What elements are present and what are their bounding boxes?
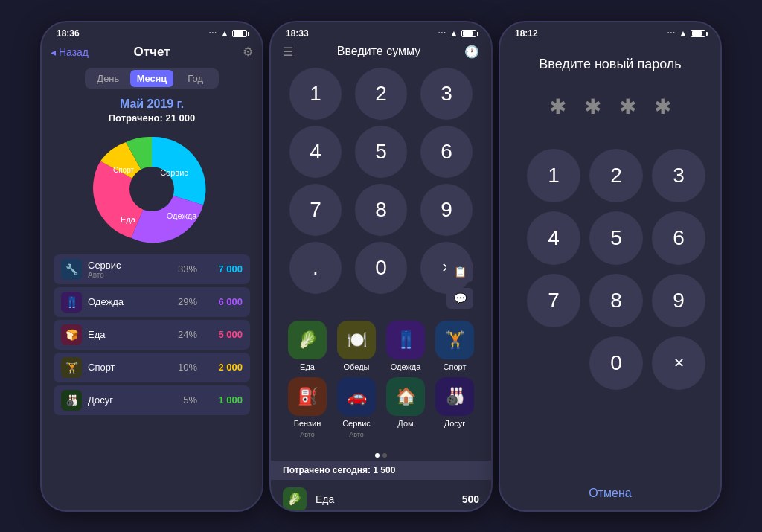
spent-amount: 21 000 bbox=[165, 112, 195, 124]
legend-amount-0: 7 000 bbox=[209, 263, 243, 275]
legend-icon-2: 🍞 bbox=[61, 324, 82, 345]
categories-container: 🥬 Еда 🍽️ Обеды 👖 Одежда 🏋️ Спорт bbox=[271, 315, 491, 450]
cat-food[interactable]: 🥬 Еда bbox=[288, 321, 327, 371]
report-spent: Потрачено: 21 000 bbox=[42, 112, 262, 124]
wifi-2: ▲ bbox=[449, 28, 458, 39]
categories-row-1: 🥬 Еда 🍽️ Обеды 👖 Одежда 🏋️ Спорт bbox=[283, 321, 479, 371]
cat-clothes-icon: 👖 bbox=[386, 321, 425, 359]
cat-gas[interactable]: ⛽ Бензин Авто bbox=[288, 377, 327, 438]
pin-6[interactable]: 6 bbox=[652, 211, 705, 265]
phone-numpad: 18:33 ··· ▲ ☰ Введите сумму 🕐 1 2 3 4 5 … bbox=[269, 21, 493, 512]
pie-chart-container: Сервис Одежда Еда Спорт bbox=[42, 129, 262, 249]
phone-report: 18:36 ··· ▲ ◂ Назад Отчет ⚙ День Месяц Г… bbox=[40, 21, 263, 512]
categories-row-2: ⛽ Бензин Авто 🚗 Сервис Авто 🏠 Дом 🎳 Досу… bbox=[283, 377, 479, 438]
legend-icon-3: 🏋️ bbox=[61, 357, 82, 378]
num-delete[interactable]: ✕ bbox=[420, 242, 473, 294]
clock-icon[interactable]: 🕐 bbox=[464, 45, 479, 59]
cat-sport[interactable]: 🏋️ Спорт bbox=[435, 321, 474, 371]
nav-bar-1: ◂ Назад Отчет ⚙ bbox=[42, 42, 262, 65]
legend-item-3: 🏋️ Спорт 10% 2 000 bbox=[54, 353, 250, 382]
cat-food-icon: 🥬 bbox=[288, 321, 327, 359]
legend-name-3: Спорт bbox=[88, 362, 178, 373]
pin-7[interactable]: 7 bbox=[527, 274, 580, 327]
cat-home-icon: 🏠 bbox=[386, 377, 425, 416]
report-month: Май 2019 г. bbox=[42, 97, 262, 111]
legend-amount-4: 1 000 bbox=[209, 394, 243, 406]
pin-8[interactable]: 8 bbox=[589, 274, 643, 327]
dot-1 bbox=[375, 453, 380, 458]
wifi-3: ▲ bbox=[679, 28, 688, 39]
legend-item-4: 🎳 Досуг 5% 1 000 bbox=[54, 385, 250, 415]
legend-amount-3: 2 000 bbox=[209, 362, 243, 373]
pin-empty bbox=[527, 336, 580, 390]
pin-dots: ✱ ✱ ✱ ✱ bbox=[549, 94, 671, 119]
time-3: 18:12 bbox=[515, 28, 538, 39]
cat-lunch[interactable]: 🍽️ Обеды bbox=[337, 321, 376, 371]
legend-pct-0: 33% bbox=[178, 263, 197, 275]
num-4[interactable]: 4 bbox=[289, 126, 342, 178]
num-1[interactable]: 1 bbox=[289, 68, 342, 120]
pin-delete[interactable]: ✕ bbox=[652, 336, 705, 390]
signal-2: ··· bbox=[438, 29, 446, 37]
legend-item-1: 👖 Одежда 29% 6 000 bbox=[54, 287, 250, 317]
page-dots bbox=[271, 453, 491, 458]
status-bar-2: 18:33 ··· ▲ bbox=[271, 22, 491, 42]
transactions: Потрачено сегодня: 1 500 🥬 Еда 500 🎳 Дос… bbox=[271, 461, 491, 512]
gear-icon[interactable]: ⚙ bbox=[243, 45, 253, 59]
pin-2[interactable]: 2 bbox=[589, 149, 643, 202]
num-0[interactable]: 0 bbox=[355, 242, 407, 294]
trans-food-icon: 🥬 bbox=[283, 487, 307, 511]
num-3[interactable]: 3 bbox=[420, 68, 473, 120]
trans-food-amount: 500 bbox=[462, 493, 479, 505]
tab-day[interactable]: День bbox=[86, 70, 130, 87]
num-9[interactable]: 9 bbox=[420, 184, 473, 236]
legend-item-2: 🍞 Еда 24% 5 000 bbox=[54, 320, 250, 350]
pin-4[interactable]: 4 bbox=[527, 211, 580, 265]
legend-name-2: Еда bbox=[88, 329, 178, 340]
cat-home[interactable]: 🏠 Дом bbox=[386, 377, 425, 438]
svg-text:Сервис: Сервис bbox=[160, 168, 188, 177]
legend-name-0: Сервис bbox=[88, 260, 178, 271]
pin-5[interactable]: 5 bbox=[589, 211, 643, 265]
cat-clothes[interactable]: 👖 Одежда bbox=[386, 321, 425, 371]
cat-leisure-label: Досуг bbox=[444, 419, 466, 428]
pin-dot-4: ✱ bbox=[654, 94, 671, 119]
pin-title: Введите новый пароль bbox=[539, 57, 681, 72]
pin-0[interactable]: 0 bbox=[589, 336, 643, 390]
cat-lunch-label: Обеды bbox=[344, 362, 370, 371]
time-2: 18:33 bbox=[286, 28, 309, 39]
cat-service-icon: 🚗 bbox=[337, 377, 376, 416]
tab-year[interactable]: Год bbox=[173, 70, 217, 87]
num-2[interactable]: 2 bbox=[355, 68, 407, 120]
num-6[interactable]: 6 bbox=[420, 126, 473, 178]
pin-9[interactable]: 9 bbox=[652, 274, 705, 327]
pin-1[interactable]: 1 bbox=[527, 149, 580, 202]
today-header: Потрачено сегодня: 1 500 bbox=[271, 461, 491, 480]
page-title-1: Отчет bbox=[134, 45, 170, 60]
num-dot[interactable]: . bbox=[289, 242, 342, 294]
signal-3: ··· bbox=[667, 29, 676, 37]
cancel-button[interactable]: Отмена bbox=[589, 487, 631, 512]
num-5[interactable]: 5 bbox=[355, 126, 407, 178]
menu-icon[interactable]: ☰ bbox=[283, 45, 293, 59]
numpad-grid: 1 2 3 4 5 6 7 8 9 . 0 ✕ bbox=[271, 62, 491, 300]
legend-pct-1: 29% bbox=[178, 296, 197, 307]
status-bar-3: 18:12 ··· ▲ bbox=[500, 22, 720, 42]
back-button[interactable]: ◂ Назад bbox=[51, 46, 89, 58]
cat-clothes-label: Одежда bbox=[391, 362, 421, 371]
cat-leisure[interactable]: 🎳 Досуг bbox=[435, 377, 474, 438]
num-7[interactable]: 7 bbox=[289, 184, 342, 236]
legend-item-0: 🔧 Сервис Авто 33% 7 000 bbox=[54, 254, 250, 284]
legend-icon-4: 🎳 bbox=[61, 390, 82, 411]
cat-home-label: Дом bbox=[397, 419, 413, 428]
phone-pin: 18:12 ··· ▲ Введите новый пароль ✱ ✱ ✱ ✱… bbox=[499, 21, 722, 512]
legend-amount-1: 6 000 bbox=[209, 296, 243, 307]
battery-1 bbox=[232, 30, 247, 37]
pin-3[interactable]: 3 bbox=[652, 149, 705, 202]
cat-service[interactable]: 🚗 Сервис Авто bbox=[337, 377, 376, 438]
cat-lunch-icon: 🍽️ bbox=[337, 321, 376, 359]
num-8[interactable]: 8 bbox=[355, 184, 407, 236]
svg-text:Еда: Еда bbox=[121, 215, 136, 224]
dot-2 bbox=[382, 453, 387, 458]
tab-month[interactable]: Месяц bbox=[130, 70, 174, 87]
